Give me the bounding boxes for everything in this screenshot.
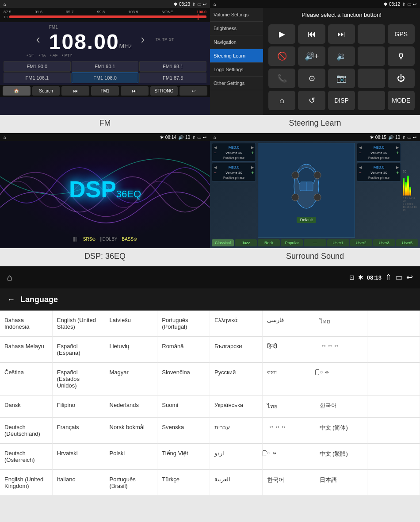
lang-portugues-portugal[interactable]: Português (Portugal) [157,311,210,337]
lang-deutsch-at[interactable]: Deutsch (Österreich) [0,444,53,470]
fm-preset-3[interactable]: FM1 106.1 [4,73,71,83]
lang-farsi[interactable]: فارسی [263,311,315,337]
fm-status-bar: ⌂ ✱ 08:23 ⇑ ▭ ↩ [0,0,210,8]
lang-deutsch-de[interactable]: Deutsch (Deutschland) [0,418,53,444]
lang-magyar[interactable]: Magyar [105,363,158,395]
fm-preset-1[interactable]: FM1 90.1 [72,61,139,72]
sidebar-item-navigation[interactable]: Navigation [210,35,263,49]
fm-preset-2[interactable]: FM1 98.1 [139,61,206,72]
lang-filipino[interactable]: Filipino [53,395,105,418]
su-default-btn[interactable]: Default [297,217,317,223]
sidebar-item-volume[interactable]: Volume Settings [210,8,263,22]
lang-nederlands[interactable]: Nederlands [105,395,158,418]
su-preset-user3[interactable]: User3 [373,239,395,246]
lang-latviesu[interactable]: Latviešu [105,311,158,337]
lang-francais[interactable]: Français [53,418,105,444]
lang-portugues-brasil[interactable]: Português (Brasil) [105,470,158,496]
lang-lietuvi[interactable]: Lietuvių [105,337,158,363]
lang-thai-2[interactable]: ไทย [263,395,315,418]
lang-italiano[interactable]: Italiano [53,470,105,496]
st-mute-btn[interactable]: 🚫 [268,46,295,66]
su-preset-user1[interactable]: User1 [327,239,349,246]
lang-urdu[interactable]: اردو [210,444,263,470]
st-return-btn[interactable]: ↺ [298,91,325,110]
fm-preset-4[interactable]: FM1 108.0 [72,73,139,83]
fm-next-track-button[interactable]: ⏭ [121,86,149,96]
fm-preset-5[interactable]: FM1 87.5 [139,73,206,83]
lang-japanese[interactable]: 日本語 [315,470,368,496]
lang-korean-1[interactable]: 한국어 [315,395,368,418]
lang-chinese-simplified[interactable]: 中文 (简体) [315,418,368,444]
sidebar-item-steering[interactable]: Steering Learn [210,49,263,63]
lang-english-us[interactable]: English (United States) [53,311,105,337]
sidebar-item-other[interactable]: Other Settings [210,77,263,90]
lang-turkce[interactable]: Türkçe [157,470,210,496]
lang-tieng-viet[interactable]: Tiếng Việt [157,444,210,470]
lang-slovencina[interactable]: Slovenčina [157,363,210,395]
lang-thai-1[interactable]: ไทย [315,311,368,337]
lang-english-uk[interactable]: English (United Kingdom) [0,470,53,496]
fm-next-button[interactable]: › [141,32,145,46]
fm-st-tag: ST [169,37,174,42]
lang-espanol-estados[interactable]: Español (Estados Unidos) [53,363,105,395]
st-cam-btn[interactable]: 📷 [328,69,355,88]
lang-myanmar-3[interactable]: ပပပ [263,418,315,444]
st-mode-btn[interactable]: MODE [388,91,415,110]
sidebar-item-logo[interactable]: Logo Settings [210,63,263,77]
fm-home-button[interactable]: 🏠 [3,86,31,96]
fm-prev-button[interactable]: ‹ [36,32,40,46]
fm-strong-button[interactable]: STRONG [150,86,178,96]
lang-dansk[interactable]: Dansk [0,395,53,418]
fm-preset-0[interactable]: FM1 90.0 [4,61,71,72]
st-next-btn[interactable]: ⏭ [328,24,355,44]
svg-point-5 [314,194,321,201]
st-call-btn[interactable]: 📞 [268,69,295,88]
lang-svenska[interactable]: Svenska [157,418,210,444]
lang-arabic[interactable]: العربية [210,470,263,496]
lang-russian[interactable]: Русский [210,363,263,395]
lang-norsk[interactable]: Norsk bokmål [105,418,158,444]
lang-hindi[interactable]: हिन्दी [263,337,315,363]
fm-prev-track-button[interactable]: ⏮ [61,86,89,96]
lang-korean-2[interactable]: 한국어 [263,470,315,496]
fm-return-button[interactable]: ↩ [179,86,207,96]
fm-fm1-button[interactable]: FM1 [91,86,119,96]
st-home2-btn[interactable]: ⌂ [268,91,295,110]
st-mic-btn[interactable]: 🎙 [388,46,415,66]
st-play-btn[interactable]: ▶ [268,24,295,44]
st-gps-btn[interactable]: GPS [388,24,415,44]
su-preset-jazz[interactable]: Jazz [235,239,257,246]
lang-myanmar-4[interactable]: ြမ [263,444,315,470]
sidebar-item-brightness[interactable]: Brightness [210,22,263,35]
lang-myanmar-2[interactable]: ြမ [315,363,368,395]
st-prev-btn[interactable]: ⏮ [298,24,325,44]
lang-polski[interactable]: Polski [105,444,158,470]
su-preset-classical[interactable]: Classical [212,239,234,246]
su-preset-popular[interactable]: Popular [281,239,303,246]
fm-search-button[interactable]: Search [32,86,60,96]
lang-back-button[interactable]: ← [7,295,15,304]
st-source-btn[interactable]: ⊙ [298,69,325,88]
lang-romana[interactable]: Română [157,337,210,363]
su-preset-rock[interactable]: Rock [258,239,280,246]
lang-greek[interactable]: Ελληνικά [210,311,263,337]
lang-expand-icon: ⇑ [385,273,392,282]
lang-hebrew[interactable]: עברית [210,418,263,444]
st-vol-up-btn[interactable]: 🔊+ [298,46,325,66]
lang-bengali[interactable]: বাংলা [263,363,315,395]
st-vol-down-btn[interactable]: 🔉 [328,46,355,66]
su-preset-user2[interactable]: User2 [350,239,372,246]
lang-hrvatski[interactable]: Hrvatski [53,444,105,470]
lang-chinese-traditional[interactable]: 中文 (繁體) [315,444,368,470]
lang-bahasa-melayu[interactable]: Bahasa Melayu [0,337,53,363]
su-preset-user5[interactable]: User5 [396,239,418,246]
st-disp-btn[interactable]: DISP [328,91,355,110]
lang-suomi[interactable]: Suomi [157,395,210,418]
lang-bulgarian[interactable]: Български [210,337,263,363]
lang-myanmar-1[interactable]: ပပပ [315,337,368,363]
lang-bahasa-indonesia[interactable]: Bahasa Indonesia [0,311,53,337]
lang-espanol-espana[interactable]: Español (España) [53,337,105,363]
lang-ukrainian[interactable]: Українська [210,395,263,418]
st-power-btn[interactable]: ⏻ [388,69,415,88]
lang-cestina[interactable]: Čeština [0,363,53,395]
